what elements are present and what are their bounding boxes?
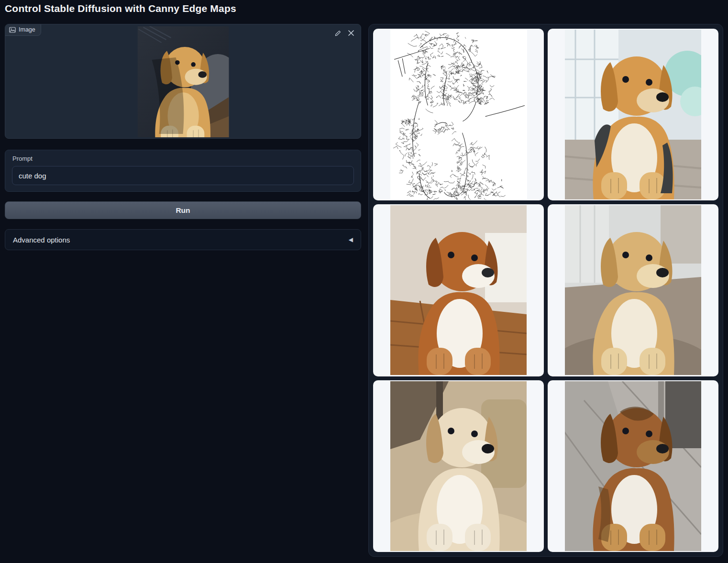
advanced-options-label: Advanced options	[13, 236, 70, 244]
gallery-item-2[interactable]	[373, 204, 544, 376]
clear-image-button[interactable]	[345, 28, 357, 38]
prompt-input[interactable]	[12, 166, 354, 185]
prompt-label: Prompt	[12, 155, 33, 162]
canny-edge-map-image	[387, 30, 530, 200]
input-image-panel[interactable]: Image	[5, 24, 361, 139]
edit-image-button[interactable]	[332, 28, 343, 38]
gallery-item-canny[interactable]	[373, 29, 544, 200]
input-image	[137, 26, 229, 137]
generated-image-5	[565, 381, 701, 551]
image-icon	[9, 27, 16, 33]
image-label-text: Image	[19, 26, 35, 33]
gallery-item-4[interactable]	[373, 380, 544, 552]
app: Control Stable Diffusion with Canny Edge…	[0, 0, 728, 563]
page-title: Control Stable Diffusion with Canny Edge…	[5, 3, 236, 14]
generated-image-4	[390, 381, 527, 551]
image-label: Image	[5, 24, 41, 36]
close-icon	[348, 30, 354, 36]
prompt-panel: Prompt	[5, 150, 361, 192]
image-actions	[332, 28, 357, 38]
collapse-arrow-icon: ◀	[349, 236, 353, 243]
run-button[interactable]: Run	[5, 201, 361, 219]
pencil-icon	[334, 30, 342, 37]
generated-image-1	[565, 30, 701, 199]
advanced-options-accordion[interactable]: Advanced options ◀	[5, 229, 361, 250]
gallery-item-5[interactable]	[548, 380, 718, 552]
output-gallery	[368, 24, 723, 557]
gallery-item-1[interactable]	[548, 29, 718, 200]
gallery-item-3[interactable]	[548, 204, 718, 376]
generated-image-3	[565, 205, 701, 375]
generated-image-2	[390, 205, 527, 375]
